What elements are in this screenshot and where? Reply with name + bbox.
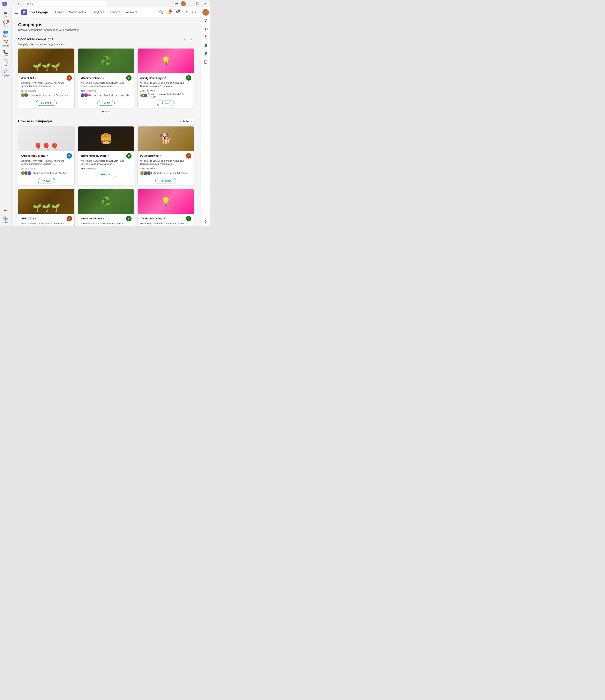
hash-badge-gogreen: # <box>126 75 132 81</box>
sponsored-section: Sponsored campaigns ‹ › Campaigns recomm… <box>18 36 194 112</box>
sponsor-text-cutestdawgs: Followed by Henry Brill and 126 others <box>151 172 187 174</box>
sponsor-avatar-2 <box>24 93 28 97</box>
sponsored-prev-button[interactable]: ‹ <box>182 36 187 42</box>
brand-name: Viva Engage <box>28 10 48 14</box>
card-body-gogreen: #GoGreenPlease ✔ # Welcome to Van Arsdel… <box>78 73 134 107</box>
card-image-abovebeyond <box>18 126 74 151</box>
titlebar-more-button[interactable]: ••• <box>174 1 179 6</box>
follow-button-beyondmeat[interactable]: Following <box>96 172 116 177</box>
hash-badge-gadgets: # <box>186 75 191 81</box>
mail-button[interactable]: ✉ 1 <box>174 9 181 16</box>
card-body-gadgets: #GadgetsNThings ✔ # Welcome to Van Arsde… <box>138 73 194 108</box>
card-title-give2023b: #Give2023 ✔ <box>21 217 37 220</box>
sidebar-item-label-activity: Activity <box>3 15 9 17</box>
sidebar-item-label-store: Store <box>3 222 8 224</box>
right-sidebar-item-3[interactable]: 📍 <box>203 34 209 40</box>
right-sidebar-item-1[interactable]: C <box>203 17 209 24</box>
card-title-gogreenb: #GoGreenPlease ✔ <box>81 217 105 220</box>
right-sidebar-item-5[interactable]: 👤 <box>203 50 209 57</box>
nav-link-answers[interactable]: Answers <box>124 10 140 15</box>
follow-button-gadgets[interactable]: Follow <box>157 101 175 106</box>
sidebar-item-activity[interactable]: ☰ Activity <box>1 9 10 18</box>
sidebar-item-label-engage: Engage <box>2 74 9 76</box>
right-icon-3: 📍 <box>204 35 208 39</box>
follow-button-abovebeyond[interactable]: Follow <box>37 178 55 183</box>
sidebar-item-files[interactable]: 📄 Files <box>1 58 10 68</box>
sponsored-next-button[interactable]: › <box>188 36 194 42</box>
sidebar-more-button[interactable]: ••• <box>2 207 9 215</box>
carousel-dot-2[interactable] <box>105 110 107 112</box>
card-sponsors-give2023: Sponsored by Henry Brill and Amanda Brad… <box>21 93 72 97</box>
sponsor-avatars-gadgets <box>140 93 147 98</box>
teams-app-icon: T <box>2 2 6 6</box>
card-body-abovebeyond: #AboveAndBeyond ✔ # Welcome to Van Arsde… <box>18 151 74 185</box>
right-sidebar-item-2[interactable]: 📧 <box>203 25 209 32</box>
more-button[interactable]: ••• <box>191 9 197 16</box>
sponsor-avatar-4 <box>84 93 88 97</box>
follow-button-cutestdawgs[interactable]: Following <box>155 178 176 183</box>
search-button[interactable]: 🔍 <box>158 9 164 16</box>
filter-button[interactable]: ≡ Active ▾ <box>178 119 194 124</box>
verified-icon-abovebeyond: ✔ <box>46 154 48 157</box>
verified-icon-gogreen: ✔ <box>103 76 105 79</box>
avatar[interactable] <box>181 1 186 6</box>
card-title-row-cutestdawgs: #CutestDawgs ✔ # <box>140 153 191 158</box>
follow-button-gogreen[interactable]: Follow <box>98 100 115 105</box>
right-sidebar-item-6[interactable]: 📋 <box>203 58 209 65</box>
verified-icon-give2023b: ✔ <box>35 217 37 220</box>
right-sidebar-item-4[interactable]: 👤 <box>203 42 209 49</box>
sidebar-item-store[interactable]: 🏪 Store <box>1 216 10 225</box>
browse-cards-grid: #AboveAndBeyond ✔ # Welcome to Van Arsde… <box>18 126 194 226</box>
calls-icon: 📞 <box>3 49 8 54</box>
titlebar-search-input[interactable] <box>25 1 107 6</box>
sidebar-item-label-calls: Calls <box>3 55 8 57</box>
calendar-icon: 📅 <box>3 40 8 44</box>
card-body-give2023: #Give2023 ✔ # Welcome to Van Arsdel's an… <box>18 73 74 107</box>
minimize-button[interactable]: — <box>187 1 193 6</box>
nav-link-communities[interactable]: Communities <box>67 10 88 15</box>
sponsored-section-subtitle: Campaigns recommended by your leaders <box>18 43 194 46</box>
card-title-row-give2023: #Give2023 ✔ # <box>21 75 72 81</box>
card-desc-gadgetsb: Welcome to Van Arsdel's annual Above and… <box>140 222 191 226</box>
card-title-row-give2023b: #Give2023 ✔ # <box>21 216 72 221</box>
chat-badge: 1 <box>6 20 9 23</box>
restore-button[interactable]: ❐ <box>195 1 201 6</box>
card-title-beyondmeat: #BeyondMeatLovers ✔ <box>81 154 109 157</box>
forward-button[interactable]: › <box>16 1 21 6</box>
sidebar-item-chat[interactable]: 💬 Chat 1 <box>1 19 10 28</box>
back-button[interactable]: ‹ <box>9 1 15 6</box>
nav-link-leaders[interactable]: Leaders <box>107 10 123 15</box>
card-desc-cutestdawgs: Welcome to Van Arsdel's annual Above and… <box>140 159 191 166</box>
browse-card-beyondmeat: #BeyondMeatLovers ✔ # Welcome to Van Ars… <box>78 126 134 186</box>
notifications-button[interactable]: 🔔 10 <box>166 9 173 16</box>
share-button[interactable]: ↗ <box>183 9 189 16</box>
carousel-dot-1[interactable] <box>102 110 104 112</box>
sponsor-avatars-cutestdawgs <box>140 171 150 175</box>
user-avatar[interactable] <box>203 9 209 16</box>
sidebar-item-engage[interactable]: ⬡ Engage <box>1 68 10 77</box>
collapse-sidebar-button[interactable]: ❯ <box>203 218 209 225</box>
follow-button-give2023[interactable]: Following <box>36 100 57 105</box>
card-image-gadgetsb <box>138 189 194 214</box>
hash-badge-abovebeyond: # <box>67 153 72 158</box>
verified-icon-give2023: ✔ <box>35 76 37 79</box>
engage-panel: ☰ Viva Engage Home Communities St <box>11 7 201 226</box>
sidebar-item-teams[interactable]: 👥 Teams <box>1 29 10 38</box>
card-image-gadgets <box>138 49 194 73</box>
hamburger-button[interactable]: ☰ <box>15 10 18 15</box>
sidebar-item-calendar[interactable]: 📅 Calendar <box>1 39 10 48</box>
nav-link-storylines[interactable]: Storylines <box>89 10 106 15</box>
card-followers-cutestdawgs: 424k Followers <box>140 167 191 170</box>
carousel-dot-3[interactable] <box>108 110 110 112</box>
nav-link-home[interactable]: Home <box>53 10 66 15</box>
verified-icon-gadgets: ✔ <box>164 76 166 79</box>
page-subtitle: Discover campaigns happening in your org… <box>18 28 194 31</box>
hash-badge-beyondmeat: # <box>126 153 132 158</box>
sponsor-avatars-give2023 <box>21 93 27 97</box>
card-image-gogreenb <box>78 189 134 214</box>
card-desc-gogreenb: Welcome to Van Arsdel's annual Above and… <box>81 222 132 226</box>
card-body-cutestdawgs: #CutestDawgs ✔ # Welcome to Van Arsdel's… <box>138 151 194 185</box>
card-sponsors-cutestdawgs: Followed by Henry Brill and 126 others <box>140 171 191 175</box>
sidebar-item-calls[interactable]: 📞 Calls <box>1 49 10 57</box>
close-button[interactable]: ✕ <box>202 1 208 6</box>
